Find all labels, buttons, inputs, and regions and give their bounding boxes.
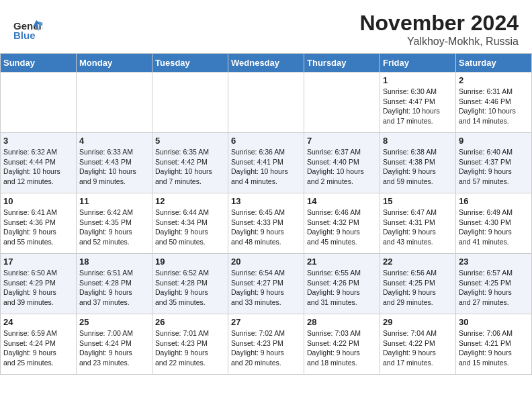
calendar-cell — [1, 73, 77, 133]
day-info: Sunrise: 6:55 AM Sunset: 4:26 PM Dayligh… — [307, 268, 377, 308]
day-number: 26 — [155, 317, 225, 327]
day-info: Sunrise: 6:54 AM Sunset: 4:27 PM Dayligh… — [231, 268, 301, 308]
day-number: 6 — [231, 136, 301, 146]
calendar-cell: 17Sunrise: 6:50 AM Sunset: 4:29 PM Dayli… — [1, 254, 77, 314]
calendar-cell: 1Sunrise: 6:30 AM Sunset: 4:47 PM Daylig… — [380, 73, 456, 133]
day-number: 17 — [3, 257, 73, 267]
svg-text:Blue: Blue — [13, 30, 36, 40]
calendar-cell: 12Sunrise: 6:44 AM Sunset: 4:34 PM Dayli… — [152, 193, 228, 254]
day-number: 18 — [79, 257, 149, 267]
day-header-thursday: Thursday — [304, 54, 380, 73]
calendar-cell: 13Sunrise: 6:45 AM Sunset: 4:33 PM Dayli… — [228, 193, 304, 254]
day-info: Sunrise: 6:57 AM Sunset: 4:25 PM Dayligh… — [459, 268, 529, 308]
calendar-week-1: 3Sunrise: 6:32 AM Sunset: 4:44 PM Daylig… — [1, 133, 532, 193]
calendar-cell — [77, 73, 152, 133]
calendar-cell: 23Sunrise: 6:57 AM Sunset: 4:25 PM Dayli… — [456, 254, 532, 314]
day-number: 23 — [459, 257, 529, 267]
day-info: Sunrise: 6:41 AM Sunset: 4:36 PM Dayligh… — [3, 208, 73, 247]
day-number: 2 — [459, 75, 529, 85]
day-info: Sunrise: 6:40 AM Sunset: 4:37 PM Dayligh… — [459, 147, 529, 187]
day-header-saturday: Saturday — [456, 54, 532, 73]
day-info: Sunrise: 6:59 AM Sunset: 4:24 PM Dayligh… — [3, 328, 73, 368]
day-number: 1 — [383, 75, 453, 85]
day-number: 13 — [231, 196, 301, 206]
day-info: Sunrise: 6:42 AM Sunset: 4:35 PM Dayligh… — [79, 208, 149, 247]
day-header-tuesday: Tuesday — [152, 54, 228, 73]
day-info: Sunrise: 6:46 AM Sunset: 4:32 PM Dayligh… — [307, 208, 377, 247]
day-info: Sunrise: 6:31 AM Sunset: 4:46 PM Dayligh… — [459, 87, 529, 126]
calendar-cell — [228, 73, 304, 133]
calendar-cell: 18Sunrise: 6:51 AM Sunset: 4:28 PM Dayli… — [77, 254, 152, 314]
calendar-cell: 10Sunrise: 6:41 AM Sunset: 4:36 PM Dayli… — [1, 193, 77, 254]
day-info: Sunrise: 6:56 AM Sunset: 4:25 PM Dayligh… — [383, 268, 453, 308]
calendar-week-0: 1Sunrise: 6:30 AM Sunset: 4:47 PM Daylig… — [1, 73, 532, 133]
day-number: 4 — [79, 136, 149, 146]
calendar-cell: 16Sunrise: 6:49 AM Sunset: 4:30 PM Dayli… — [456, 193, 532, 254]
calendar-week-2: 10Sunrise: 6:41 AM Sunset: 4:36 PM Dayli… — [1, 193, 532, 254]
day-info: Sunrise: 6:45 AM Sunset: 4:33 PM Dayligh… — [231, 208, 301, 247]
day-number: 30 — [459, 317, 529, 327]
day-info: Sunrise: 7:03 AM Sunset: 4:22 PM Dayligh… — [307, 328, 377, 368]
calendar-cell: 29Sunrise: 7:04 AM Sunset: 4:22 PM Dayli… — [380, 314, 456, 375]
day-header-monday: Monday — [77, 54, 152, 73]
day-number: 20 — [231, 257, 301, 267]
calendar-cell: 25Sunrise: 7:00 AM Sunset: 4:24 PM Dayli… — [77, 314, 152, 375]
day-info: Sunrise: 7:01 AM Sunset: 4:23 PM Dayligh… — [155, 328, 225, 368]
calendar-week-3: 17Sunrise: 6:50 AM Sunset: 4:29 PM Dayli… — [1, 254, 532, 314]
day-header-sunday: Sunday — [1, 54, 77, 73]
day-info: Sunrise: 7:06 AM Sunset: 4:21 PM Dayligh… — [459, 328, 529, 368]
day-number: 7 — [307, 136, 377, 146]
calendar-cell — [304, 73, 380, 133]
day-info: Sunrise: 6:33 AM Sunset: 4:43 PM Dayligh… — [79, 147, 149, 187]
day-number: 19 — [155, 257, 225, 267]
day-info: Sunrise: 6:49 AM Sunset: 4:30 PM Dayligh… — [459, 208, 529, 247]
calendar-cell: 27Sunrise: 7:02 AM Sunset: 4:23 PM Dayli… — [228, 314, 304, 375]
day-info: Sunrise: 6:52 AM Sunset: 4:28 PM Dayligh… — [155, 268, 225, 308]
day-number: 14 — [307, 196, 377, 206]
logo-icon: General Blue — [13, 19, 43, 40]
day-info: Sunrise: 6:35 AM Sunset: 4:42 PM Dayligh… — [155, 147, 225, 187]
calendar-cell: 11Sunrise: 6:42 AM Sunset: 4:35 PM Dayli… — [77, 193, 152, 254]
calendar-cell — [152, 73, 228, 133]
calendar-cell: 2Sunrise: 6:31 AM Sunset: 4:46 PM Daylig… — [456, 73, 532, 133]
calendar-cell: 9Sunrise: 6:40 AM Sunset: 4:37 PM Daylig… — [456, 133, 532, 193]
calendar-cell: 3Sunrise: 6:32 AM Sunset: 4:44 PM Daylig… — [1, 133, 77, 193]
day-info: Sunrise: 6:32 AM Sunset: 4:44 PM Dayligh… — [3, 147, 73, 187]
calendar-cell: 24Sunrise: 6:59 AM Sunset: 4:24 PM Dayli… — [1, 314, 77, 375]
day-number: 9 — [459, 136, 529, 146]
calendar-cell: 6Sunrise: 6:36 AM Sunset: 4:41 PM Daylig… — [228, 133, 304, 193]
day-info: Sunrise: 6:50 AM Sunset: 4:29 PM Dayligh… — [3, 268, 73, 308]
calendar-cell: 21Sunrise: 6:55 AM Sunset: 4:26 PM Dayli… — [304, 254, 380, 314]
page-title: November 2024 — [359, 11, 519, 36]
day-number: 3 — [3, 136, 73, 146]
calendar-cell: 5Sunrise: 6:35 AM Sunset: 4:42 PM Daylig… — [152, 133, 228, 193]
calendar-cell: 19Sunrise: 6:52 AM Sunset: 4:28 PM Dayli… — [152, 254, 228, 314]
logo: General Blue — [13, 19, 43, 40]
page-subtitle: Yalkhoy-Mokhk, Russia — [359, 36, 519, 48]
calendar-table: SundayMondayTuesdayWednesdayThursdayFrid… — [0, 53, 532, 375]
calendar-cell: 7Sunrise: 6:37 AM Sunset: 4:40 PM Daylig… — [304, 133, 380, 193]
day-number: 12 — [155, 196, 225, 206]
day-header-friday: Friday — [380, 54, 456, 73]
calendar-cell: 28Sunrise: 7:03 AM Sunset: 4:22 PM Dayli… — [304, 314, 380, 375]
day-info: Sunrise: 6:38 AM Sunset: 4:38 PM Dayligh… — [383, 147, 453, 187]
day-info: Sunrise: 7:02 AM Sunset: 4:23 PM Dayligh… — [231, 328, 301, 368]
day-info: Sunrise: 6:36 AM Sunset: 4:41 PM Dayligh… — [231, 147, 301, 187]
day-number: 24 — [3, 317, 73, 327]
calendar-cell: 22Sunrise: 6:56 AM Sunset: 4:25 PM Dayli… — [380, 254, 456, 314]
day-number: 21 — [307, 257, 377, 267]
day-number: 28 — [307, 317, 377, 327]
page-header: General Blue November 2024 Yalkhoy-Mokhk… — [0, 0, 532, 53]
calendar-cell: 20Sunrise: 6:54 AM Sunset: 4:27 PM Dayli… — [228, 254, 304, 314]
day-info: Sunrise: 6:47 AM Sunset: 4:31 PM Dayligh… — [383, 208, 453, 247]
day-header-wednesday: Wednesday — [228, 54, 304, 73]
day-info: Sunrise: 6:37 AM Sunset: 4:40 PM Dayligh… — [307, 147, 377, 187]
day-number: 5 — [155, 136, 225, 146]
calendar-cell: 26Sunrise: 7:01 AM Sunset: 4:23 PM Dayli… — [152, 314, 228, 375]
day-number: 8 — [383, 136, 453, 146]
calendar-cell: 15Sunrise: 6:47 AM Sunset: 4:31 PM Dayli… — [380, 193, 456, 254]
calendar-cell: 8Sunrise: 6:38 AM Sunset: 4:38 PM Daylig… — [380, 133, 456, 193]
day-number: 27 — [231, 317, 301, 327]
day-number: 25 — [79, 317, 149, 327]
day-number: 11 — [79, 196, 149, 206]
